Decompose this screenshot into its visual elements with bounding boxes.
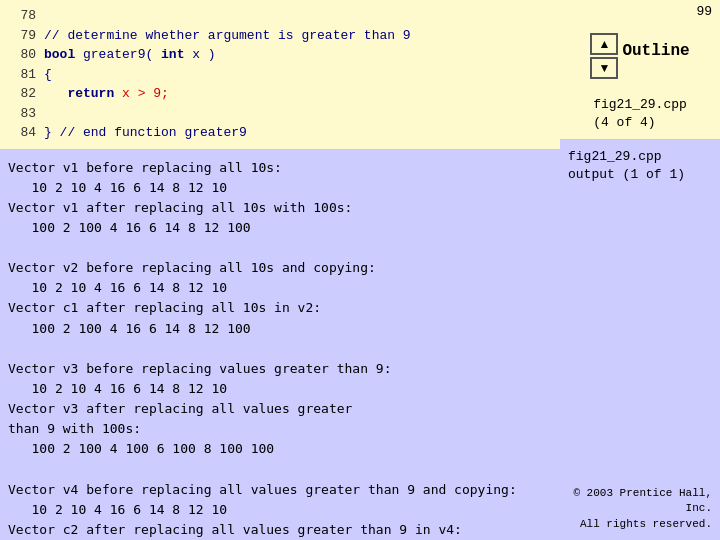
- fig-output-label: fig21_29.cppoutput (1 of 1): [568, 148, 712, 184]
- code-text: // determine whether argument is greater…: [44, 26, 411, 46]
- code-text: bool greater9( int x ): [44, 45, 216, 65]
- nav-area: ▲ ▼ Outline: [590, 16, 689, 86]
- code-text: return x > 9;: [44, 84, 169, 104]
- outline-label: Outline: [622, 42, 689, 60]
- line-number: 82: [8, 84, 36, 104]
- main-content: 78 79 // determine whether argument is g…: [0, 0, 560, 540]
- sidebar-info: fig21_29.cppoutput (1 of 1): [560, 140, 720, 540]
- fig-code-label: fig21_29.cpp(4 of 4): [593, 96, 687, 132]
- code-line-82: 82 return x > 9;: [8, 84, 552, 104]
- page-number: 99: [696, 4, 712, 19]
- code-panel: 78 79 // determine whether argument is g…: [0, 0, 560, 150]
- code-line-79: 79 // determine whether argument is grea…: [8, 26, 552, 46]
- output-text: Vector v1 before replacing all 10s: 10 2…: [8, 158, 552, 541]
- line-number: 78: [8, 6, 36, 26]
- code-line-83: 83: [8, 104, 552, 124]
- code-line-84: 84 } // end function greater9: [8, 123, 552, 143]
- line-number: 84: [8, 123, 36, 143]
- arrow-up-button[interactable]: ▲: [590, 33, 618, 55]
- code-text: } // end function greater9: [44, 123, 247, 143]
- nav-arrows: ▲ ▼: [590, 32, 618, 80]
- code-line-78: 78: [8, 6, 552, 26]
- code-text: {: [44, 65, 52, 85]
- line-number: 80: [8, 45, 36, 65]
- code-line-80: 80 bool greater9( int x ): [8, 45, 552, 65]
- sidebar-top: 99 ▲ ▼ Outline fig21_29.cpp(4 of 4): [560, 0, 720, 140]
- line-number: 81: [8, 65, 36, 85]
- sidebar: 99 ▲ ▼ Outline fig21_29.cpp(4 of 4) fig2…: [560, 0, 720, 540]
- output-panel: Vector v1 before replacing all 10s: 10 2…: [0, 150, 560, 541]
- line-number: 79: [8, 26, 36, 46]
- code-line-81: 81 {: [8, 65, 552, 85]
- line-number: 83: [8, 104, 36, 124]
- arrow-down-button[interactable]: ▼: [590, 57, 618, 79]
- copyright-notice: © 2003 Prentice Hall, Inc.All rights res…: [560, 486, 712, 532]
